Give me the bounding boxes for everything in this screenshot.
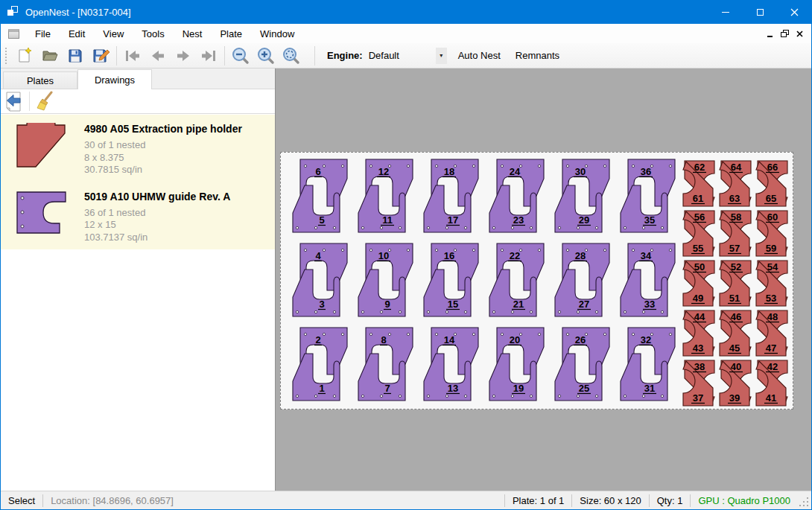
previous-plate-button[interactable] — [145, 45, 171, 67]
part-number-label: 13 — [448, 383, 458, 394]
remnants-button[interactable]: Remnants — [509, 46, 566, 65]
first-plate-button[interactable] — [120, 45, 145, 67]
part-hole — [501, 165, 503, 167]
mdi-restore-button[interactable] — [777, 27, 792, 40]
part-hole — [341, 333, 343, 335]
engine-select[interactable]: Default — [367, 50, 436, 61]
new-button[interactable] — [12, 45, 37, 67]
save-button[interactable] — [63, 45, 88, 67]
part-number-label: 14 — [444, 334, 455, 345]
part-hole — [511, 395, 513, 397]
part-hole — [595, 226, 597, 229]
menu-file[interactable]: File — [26, 25, 60, 42]
main-area: Plates Drawings — [1, 68, 811, 491]
purple-part-pair: 2019 — [489, 328, 544, 401]
part-number-label: 9 — [384, 299, 390, 310]
menu-window[interactable]: Window — [251, 25, 303, 42]
part-hole — [472, 333, 475, 335]
drawings-toolbar — [1, 89, 275, 114]
open-folder-icon — [41, 47, 59, 65]
part-hole — [427, 226, 429, 229]
mdi-minimize-button[interactable] — [762, 27, 777, 40]
part-number-label: 19 — [513, 383, 524, 394]
part-hole — [323, 333, 325, 335]
engine-dropdown-button[interactable]: ▾ — [436, 48, 447, 64]
zoom-fit-button[interactable] — [279, 45, 304, 67]
purple-part-pair: 65 — [293, 159, 347, 232]
part-hole — [380, 310, 382, 313]
status-bar: Select Location: [84.8696, 60.6957] Plat… — [1, 491, 811, 509]
menu-tools[interactable]: Tools — [133, 25, 173, 42]
part-hole — [388, 333, 390, 335]
part-hole — [341, 165, 343, 167]
part-hole — [642, 310, 644, 313]
close-button[interactable] — [777, 0, 811, 24]
nesting-canvas[interactable]: 6512111817242330293635431091615222128273… — [275, 68, 811, 491]
menu-view[interactable]: View — [94, 25, 133, 42]
part-hole — [296, 226, 298, 229]
maximize-button[interactable] — [743, 0, 777, 24]
document-icon[interactable] — [8, 29, 19, 39]
zoom-in-button[interactable] — [253, 45, 279, 67]
part-hole — [399, 395, 401, 397]
part-hole — [577, 226, 579, 229]
part-number-label: 5 — [319, 214, 324, 226]
menu-nest[interactable]: Nest — [174, 25, 212, 42]
left-panel: Plates Drawings — [1, 68, 275, 491]
save-as-button[interactable] — [88, 45, 113, 67]
part-hole — [661, 226, 663, 229]
part-number-label: 8 — [381, 334, 386, 345]
purple-part-pair: 87 — [358, 328, 413, 401]
part-hole — [642, 226, 644, 229]
plate-sheet[interactable]: 6512111817242330293635431091615222128273… — [280, 152, 793, 409]
part-hole — [399, 310, 401, 313]
part-hole — [492, 395, 495, 397]
part-hole — [314, 226, 317, 229]
part-hole — [445, 310, 448, 313]
location-status: Location: [84.8696, 60.6957] — [43, 495, 181, 506]
part-number-label: 60 — [767, 211, 778, 223]
resize-grip[interactable] — [799, 497, 810, 508]
part-hole — [407, 249, 409, 251]
part-hole — [632, 165, 634, 167]
purple-part-pair: 43 — [293, 243, 347, 316]
engine-label: Engine: — [327, 50, 363, 61]
part-number-label: 20 — [510, 334, 520, 345]
drawing-item-2[interactable]: 5019 A10 UHMW guide Rev. A 36 of 1 neste… — [1, 182, 275, 250]
menu-edit[interactable]: Edit — [60, 25, 94, 42]
part-hole — [530, 395, 532, 397]
auto-nest-button[interactable]: Auto Nest — [451, 46, 507, 65]
tab-plates[interactable]: Plates — [3, 71, 77, 89]
plate-count-status: Plate: 1 of 1 — [505, 495, 571, 506]
part-hole — [323, 165, 325, 167]
part-number-label: 29 — [579, 214, 589, 226]
part-hole — [566, 249, 568, 251]
purple-part-pair: 2625 — [555, 328, 609, 401]
mdi-close-button[interactable] — [792, 27, 807, 40]
part-hole — [669, 333, 671, 335]
chevron-down-icon: ▾ — [440, 52, 443, 59]
red-part-pair: 5251 — [720, 261, 751, 306]
part-number-label: 65 — [766, 193, 776, 204]
part-hole — [361, 226, 364, 229]
menu-plate[interactable]: Plate — [211, 25, 251, 42]
tab-drawings[interactable]: Drawings — [77, 69, 152, 89]
part-number-label: 59 — [766, 243, 776, 254]
clear-parts-button[interactable] — [33, 90, 58, 112]
previous-arrow-icon — [148, 47, 168, 65]
part-hole — [341, 249, 343, 251]
open-button[interactable] — [37, 45, 63, 67]
next-plate-button[interactable] — [171, 45, 196, 67]
part-hole — [501, 333, 503, 335]
part-hole — [361, 310, 364, 313]
part-hole — [435, 249, 437, 251]
drawing-item-1[interactable]: 4980 A05 Extraction pipe holder 30 of 1 … — [1, 115, 275, 182]
drawing-nested-count: 30 of 1 nested — [84, 139, 242, 152]
zoom-out-button[interactable] — [228, 45, 253, 67]
return-part-button[interactable] — [1, 90, 26, 112]
last-plate-button[interactable] — [196, 45, 221, 67]
minimize-button[interactable] — [708, 0, 743, 24]
part-hole — [661, 395, 663, 397]
part-hole — [642, 395, 644, 397]
toolbar-grip[interactable] — [5, 48, 7, 64]
